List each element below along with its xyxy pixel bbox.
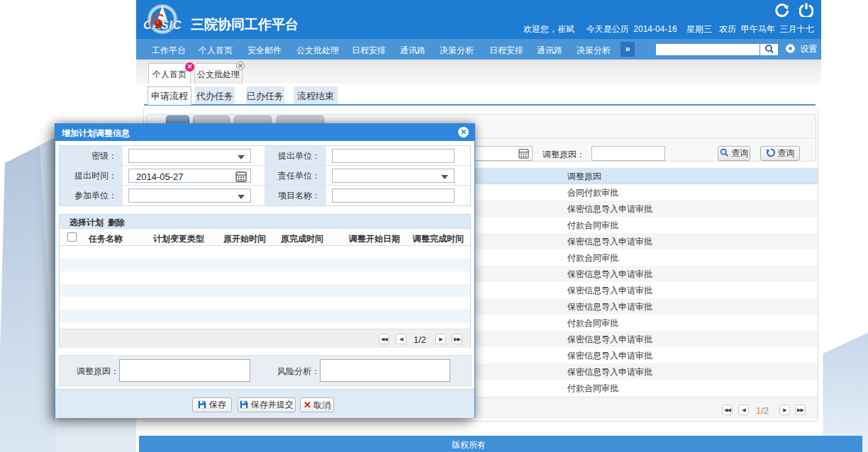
svg-text:CASIC: CASIC [143,18,182,31]
